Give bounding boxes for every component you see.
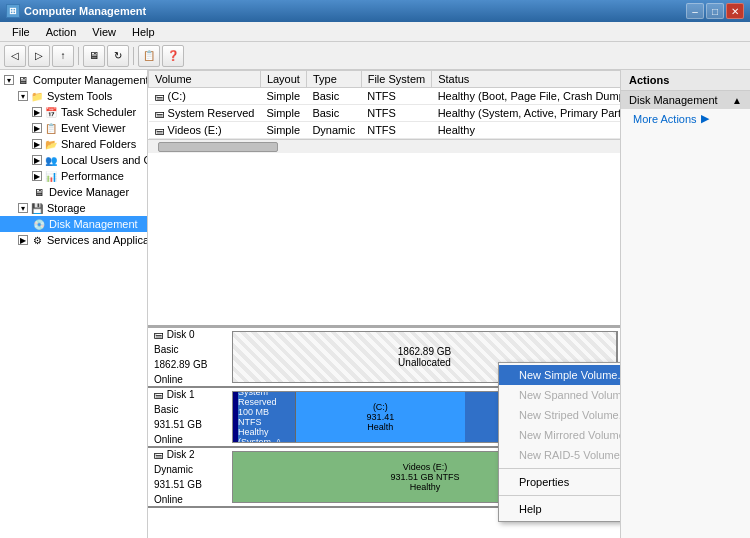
horizontal-scrollbar[interactable] [148,139,620,153]
action-more-actions[interactable]: More Actions ▶ [621,109,750,128]
expand-icon-system-tools[interactable]: ▾ [18,91,28,101]
seg-label-c-3: Health [367,422,393,432]
cell-fs-1: NTFS [361,105,431,122]
seg-label-videos-2: 931.51 GB NTFS [390,472,459,482]
ctx-new-mirrored-volume[interactable]: New Mirrored Volume... [499,425,620,445]
volume-icon-0 [155,91,165,102]
disk-size-2: 931.51 GB [154,477,226,492]
disk-label-1: 🖴 Disk 1 Basic 931.51 GB Online [150,385,230,449]
tree-disk-management[interactable]: 💿 Disk Management [0,216,147,232]
cell-volume-text-0: (C:) [168,90,186,102]
tree-label-root: Computer Management (Local [33,74,148,86]
tree-root: ▾ 🖥 Computer Management (Local ▾ 📁 Syste… [0,70,147,250]
tree-local-users[interactable]: ▶ 👥 Local Users and Groups [0,152,147,168]
table-header-row: Volume Layout Type File System Status [149,71,621,88]
services-icon: ⚙ [30,233,44,247]
window-title: Computer Management [24,5,146,17]
ctx-properties[interactable]: Properties [499,472,620,492]
cell-layout-2: Simple [260,122,306,139]
tree-services[interactable]: ▶ ⚙ Services and Applications [0,232,147,248]
col-volume[interactable]: Volume [149,71,261,88]
action-section-label: Disk Management [629,94,718,106]
cell-volume-2: Videos (E:) [149,122,261,139]
window-controls: – □ ✕ [686,3,744,19]
scroll-thumb[interactable] [158,142,278,152]
tree-device-manager[interactable]: 🖥 Device Manager [0,184,147,200]
actions-pane: Actions Disk Management ▲ More Actions ▶ [620,70,750,538]
more-actions-arrow: ▶ [701,112,709,125]
disk-label-2: 🖴 Disk 2 Dynamic 931.51 GB Online [150,445,230,509]
table-row[interactable]: (C:) Simple Basic NTFS Healthy (Boot, Pa… [149,88,621,105]
tree-label-task-scheduler: Task Scheduler [61,106,136,118]
cell-fs-0: NTFS [361,88,431,105]
cell-volume-1: System Reserved [149,105,261,122]
help-button[interactable]: ❓ [162,45,184,67]
action-section-disk-mgmt[interactable]: Disk Management ▲ [621,91,750,109]
disk-label-0: 🖴 Disk 0 Basic 1862.89 GB Online [150,328,230,389]
up-button[interactable]: ↑ [52,45,74,67]
disk-table: Volume Layout Type File System Status (C… [148,70,620,139]
tree-label-disk-management: Disk Management [49,218,138,230]
export-button[interactable]: 📋 [138,45,160,67]
col-type[interactable]: Type [306,71,361,88]
ctx-help[interactable]: Help [499,499,620,519]
tree-task-scheduler[interactable]: ▶ 📅 Task Scheduler [0,104,147,120]
cell-layout-1: Simple [260,105,306,122]
tree-computer-management[interactable]: ▾ 🖥 Computer Management (Local [0,72,147,88]
disk-id-0: 🖴 Disk 0 [154,328,226,342]
seg-label-0b: Unallocated [398,357,451,368]
cell-type-1: Basic [306,105,361,122]
menu-file[interactable]: File [4,24,38,40]
seg-label-sysreserved-2: 100 MB NTFS [238,407,295,427]
tree-shared-folders[interactable]: ▶ 📂 Shared Folders [0,136,147,152]
expand-icon-storage[interactable]: ▾ [18,203,28,213]
expand-icon-services[interactable]: ▶ [18,235,28,245]
ctx-new-simple-volume[interactable]: New Simple Volume... [499,365,620,385]
col-status[interactable]: Status [432,71,620,88]
minimize-button[interactable]: – [686,3,704,19]
seg-label-c: (C:) [373,402,388,412]
menu-view[interactable]: View [84,24,124,40]
ctx-new-spanned-volume[interactable]: New Spanned Volume... [499,385,620,405]
expand-icon-local-users[interactable]: ▶ [32,155,42,165]
table-row[interactable]: System Reserved Simple Basic NTFS Health… [149,105,621,122]
tree-performance[interactable]: ▶ 📊 Performance [0,168,147,184]
seg-c-drive[interactable]: (C:) 931.41 Health [296,392,466,442]
col-filesystem[interactable]: File System [361,71,431,88]
back-button[interactable]: ◁ [4,45,26,67]
col-layout[interactable]: Layout [260,71,306,88]
device-icon: 🖥 [32,185,46,199]
table-row[interactable]: Videos (E:) Simple Dynamic NTFS Healthy [149,122,621,139]
show-console-button[interactable]: 🖥 [83,45,105,67]
maximize-button[interactable]: □ [706,3,724,19]
menu-action[interactable]: Action [38,24,85,40]
tree-label-event-viewer: Event Viewer [61,122,126,134]
forward-button[interactable]: ▷ [28,45,50,67]
seg-label-sysreserved: System Reserved [238,392,295,407]
close-button[interactable]: ✕ [726,3,744,19]
ctx-new-raid5-volume[interactable]: New RAID-5 Volume... [499,445,620,465]
ctx-divider-1 [499,468,620,469]
menu-help[interactable]: Help [124,24,163,40]
expand-icon-event-viewer[interactable]: ▶ [32,123,42,133]
expand-icon-shared-folders[interactable]: ▶ [32,139,42,149]
tree-storage[interactable]: ▾ 💾 Storage [0,200,147,216]
action-arrow-icon: ▲ [732,95,742,106]
expand-icon-task-scheduler[interactable]: ▶ [32,107,42,117]
seg-label-c-2: 931.41 [367,412,395,422]
disk-type-2: Dynamic [154,462,226,477]
tree-label-local-users: Local Users and Groups [61,154,148,166]
tree-system-tools[interactable]: ▾ 📁 System Tools [0,88,147,104]
cell-volume-text-2: Videos (E:) [168,124,222,136]
content-area: Volume Layout Type File System Status (C… [148,70,620,538]
disk-mgmt-icon: 💿 [32,217,46,231]
ctx-new-striped-volume[interactable]: New Striped Volume... [499,405,620,425]
tree-event-viewer[interactable]: ▶ 📋 Event Viewer [0,120,147,136]
refresh-button[interactable]: ↻ [107,45,129,67]
expand-icon-root[interactable]: ▾ [4,75,14,85]
app-icon: ⊞ [6,4,20,18]
toolbar: ◁ ▷ ↑ 🖥 ↻ 📋 ❓ [0,42,750,70]
seg-sysreserved[interactable]: System Reserved 100 MB NTFS Healthy (Sys… [238,392,296,442]
expand-icon-performance[interactable]: ▶ [32,171,42,181]
tree-label-services: Services and Applications [47,234,148,246]
